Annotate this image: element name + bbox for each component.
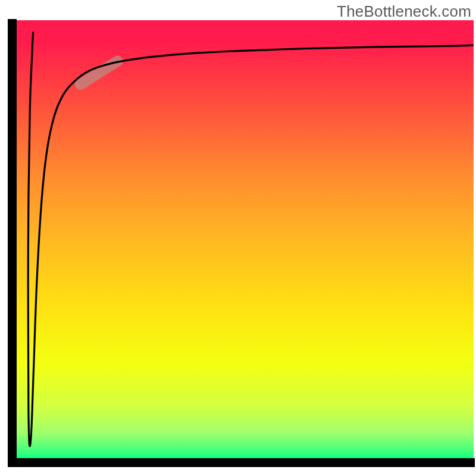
bottleneck-chart: TheBottleneck.com [0, 0, 476, 476]
svg-rect-2 [8, 19, 17, 467]
chart-svg [0, 0, 476, 476]
plot-area [17, 20, 474, 458]
svg-rect-3 [8, 458, 475, 467]
watermark-text: TheBottleneck.com [337, 2, 471, 21]
